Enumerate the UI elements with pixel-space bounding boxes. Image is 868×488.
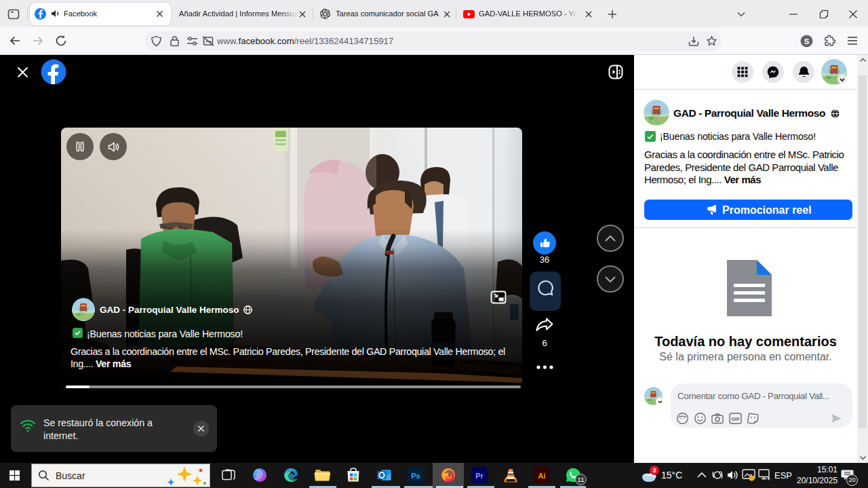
- svg-text:Pr: Pr: [475, 472, 484, 480]
- svg-text:S: S: [804, 37, 810, 45]
- svg-text:GIF: GIF: [731, 416, 740, 422]
- svg-text:Ps: Ps: [411, 472, 420, 480]
- svg-text:Ai: Ai: [538, 472, 546, 480]
